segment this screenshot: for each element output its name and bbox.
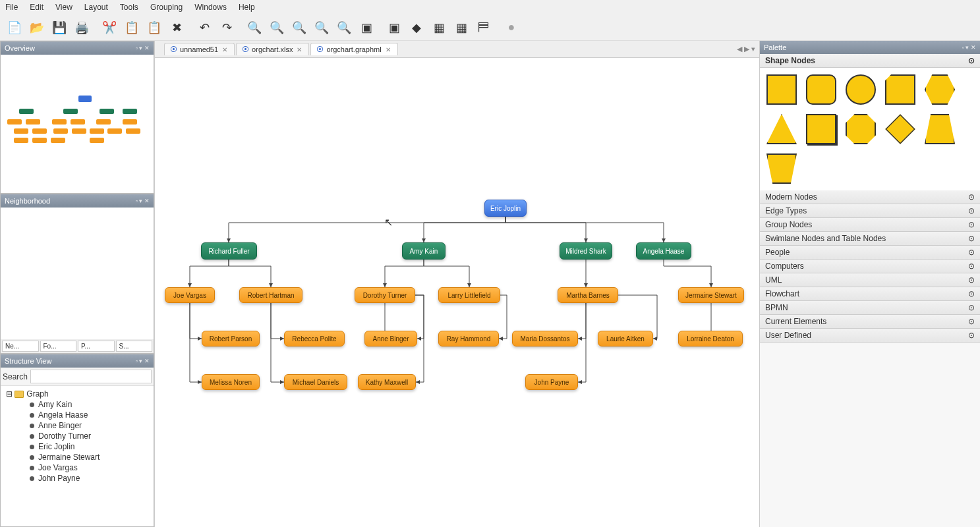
share-icon[interactable]: ● bbox=[501, 17, 522, 38]
org-node-r1[interactable]: Robert Parson bbox=[202, 331, 260, 347]
org-node-l5[interactable]: Martha Barnes bbox=[558, 287, 618, 303]
shape-ellipse[interactable] bbox=[846, 74, 876, 105]
zoom-reset-icon[interactable]: 🔍 bbox=[289, 17, 310, 38]
palette-section[interactable]: BPMN⊙ bbox=[760, 301, 980, 315]
org-node-b1[interactable]: Melissa Noren bbox=[202, 374, 260, 390]
zoom-fit-icon[interactable]: 🔍 bbox=[311, 17, 332, 38]
org-node-m3[interactable]: Mildred Shark bbox=[560, 242, 612, 260]
cut-icon[interactable]: ✂️ bbox=[99, 17, 120, 38]
print-icon[interactable]: 🖨️ bbox=[71, 17, 92, 38]
tree-item[interactable]: Jermaine Stewart bbox=[3, 452, 151, 462]
org-node-b4[interactable]: John Payne bbox=[525, 374, 578, 390]
doc-tab-active[interactable]: ⦿orgchart.graphml✕ bbox=[310, 43, 397, 55]
org-node-root[interactable]: Eric Joplin bbox=[484, 200, 527, 217]
shape-rectangle[interactable] bbox=[766, 74, 797, 105]
grid-icon[interactable]: ▦ bbox=[451, 17, 472, 38]
menu-windows[interactable]: Windows bbox=[194, 3, 227, 12]
structure-tree[interactable]: ⊟ Graph Amy Kain Angela Haase Anne Binge… bbox=[1, 386, 154, 491]
tab-mini[interactable]: Ne... bbox=[2, 341, 39, 352]
palette-section[interactable]: Modern Nodes⊙ bbox=[760, 190, 980, 204]
menu-help[interactable]: Help bbox=[239, 3, 255, 12]
overview-canvas[interactable] bbox=[1, 55, 154, 193]
palette-section[interactable]: Group Nodes⊙ bbox=[760, 218, 980, 232]
palette-section-shapes[interactable]: Shape Nodes⊙ bbox=[760, 54, 980, 68]
palette-section[interactable]: Computers⊙ bbox=[760, 260, 980, 273]
org-node-r7[interactable]: Lorraine Deaton bbox=[678, 331, 743, 347]
open-file-icon[interactable]: 📂 bbox=[26, 17, 47, 38]
tab-mini[interactable]: Fo... bbox=[40, 341, 77, 352]
org-node-l3[interactable]: Dorothy Turner bbox=[355, 287, 415, 303]
org-node-m1[interactable]: Richard Fuller bbox=[201, 242, 257, 260]
shape-hexagon[interactable] bbox=[925, 74, 955, 105]
org-node-m4[interactable]: Angela Haase bbox=[636, 242, 691, 260]
hierarchy-icon[interactable]: ▦ bbox=[428, 17, 449, 38]
org-node-r3[interactable]: Anne Binger bbox=[364, 331, 417, 347]
navigation-icon[interactable]: ◆ bbox=[406, 17, 427, 38]
doc-tab[interactable]: ⦿unnamed51✕ bbox=[164, 43, 235, 55]
menu-tools[interactable]: Tools bbox=[120, 3, 138, 12]
doc-tab[interactable]: ⦿orgchart.xlsx✕ bbox=[236, 43, 309, 55]
close-icon[interactable]: ✕ bbox=[295, 46, 303, 53]
zoom-out-icon[interactable]: 🔍 bbox=[266, 17, 287, 38]
tree-item[interactable]: Joe Vargas bbox=[3, 462, 151, 473]
shape-parallelogram[interactable] bbox=[885, 74, 915, 105]
palette-section[interactable]: Swimlane Nodes and Table Nodes⊙ bbox=[760, 232, 980, 246]
org-node-r4[interactable]: Ray Hammond bbox=[438, 331, 499, 347]
palette-section[interactable]: Current Elements⊙ bbox=[760, 315, 980, 329]
zoom-in-icon[interactable]: 🔍 bbox=[244, 17, 265, 38]
org-node-l6[interactable]: Jermaine Stewart bbox=[678, 287, 744, 303]
panel-controls[interactable]: ▫ ▾ ✕ bbox=[136, 45, 150, 51]
menu-edit[interactable]: Edit bbox=[30, 3, 43, 12]
org-node-l4[interactable]: Larry Littlefield bbox=[438, 287, 500, 303]
paste-icon[interactable]: 📋 bbox=[144, 17, 165, 38]
shape-trapezoid[interactable] bbox=[925, 114, 955, 144]
menu-grouping[interactable]: Grouping bbox=[150, 3, 183, 12]
shape-diamond[interactable] bbox=[885, 114, 915, 144]
menu-view[interactable]: View bbox=[55, 3, 72, 12]
graph-canvas[interactable]: Eric JoplinRichard FullerAmy KainMildred… bbox=[155, 58, 759, 527]
palette-section[interactable]: Edge Types⊙ bbox=[760, 204, 980, 218]
shape-trapezoid-inv[interactable] bbox=[766, 153, 797, 184]
zoom-selection-icon[interactable]: 🔍 bbox=[333, 17, 355, 38]
edit-mode-icon[interactable]: ▣ bbox=[384, 17, 405, 38]
tree-item[interactable]: Anne Binger bbox=[3, 420, 151, 431]
org-node-r2[interactable]: Rebecca Polite bbox=[284, 331, 345, 347]
panel-controls[interactable]: ▫ ▾ ✕ bbox=[136, 198, 150, 204]
shape-rounded-rect[interactable] bbox=[806, 74, 836, 105]
shape-3d-rect[interactable] bbox=[806, 114, 836, 144]
save-icon[interactable]: 💾 bbox=[49, 17, 70, 38]
copy-icon[interactable]: 📋 bbox=[121, 17, 142, 38]
redo-icon[interactable]: ↷ bbox=[216, 17, 237, 38]
search-input[interactable] bbox=[30, 370, 152, 383]
fit-content-icon[interactable]: ▣ bbox=[356, 17, 377, 38]
tree-item[interactable]: Angela Haase bbox=[3, 410, 151, 420]
neighborhood-canvas[interactable] bbox=[1, 208, 154, 339]
panel-controls[interactable]: ▫ ▾ ✕ bbox=[962, 44, 976, 51]
palette-section[interactable]: Flowchart⊙ bbox=[760, 287, 980, 301]
orthogonal-icon[interactable]: ⛿ bbox=[473, 17, 494, 38]
panel-controls[interactable]: ▫ ▾ ✕ bbox=[136, 358, 150, 364]
tree-item[interactable]: John Payne bbox=[3, 473, 151, 484]
menu-layout[interactable]: Layout bbox=[84, 3, 108, 12]
org-node-l2[interactable]: Robert Hartman bbox=[239, 287, 303, 303]
tab-mini[interactable]: S... bbox=[116, 341, 153, 352]
undo-icon[interactable]: ↶ bbox=[194, 17, 215, 38]
tab-nav[interactable]: ◀ ▶ ▾ bbox=[737, 45, 755, 53]
org-node-b3[interactable]: Kathy Maxwell bbox=[358, 374, 416, 390]
delete-icon[interactable]: ✖ bbox=[166, 17, 187, 38]
tree-item[interactable]: Eric Joplin bbox=[3, 441, 151, 452]
org-node-r6[interactable]: Laurie Aitken bbox=[598, 331, 653, 347]
close-icon[interactable]: ✕ bbox=[384, 46, 392, 53]
new-file-icon[interactable]: 📄 bbox=[4, 17, 25, 38]
org-node-m2[interactable]: Amy Kain bbox=[402, 242, 446, 260]
shape-triangle[interactable] bbox=[766, 114, 797, 144]
shape-octagon[interactable] bbox=[846, 114, 876, 144]
palette-section[interactable]: User Defined⊙ bbox=[760, 329, 980, 343]
menu-file[interactable]: File bbox=[5, 3, 18, 12]
tab-mini[interactable]: P... bbox=[78, 341, 115, 352]
org-node-r5[interactable]: Maria Dossantos bbox=[512, 331, 578, 347]
close-icon[interactable]: ✕ bbox=[221, 46, 229, 53]
palette-section[interactable]: UML⊙ bbox=[760, 273, 980, 287]
tree-root[interactable]: ⊟ Graph bbox=[3, 389, 151, 399]
tree-item[interactable]: Dorothy Turner bbox=[3, 431, 151, 441]
